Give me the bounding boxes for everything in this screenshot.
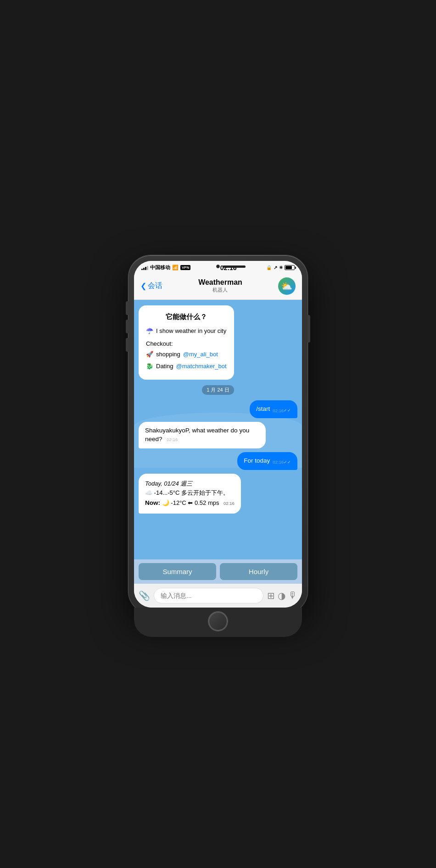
date-badge-text: 1 月 24 日 bbox=[202, 385, 234, 395]
bot-intro-title: 它能做什么？ bbox=[146, 312, 227, 322]
start-ticks: ✓✓ bbox=[284, 408, 291, 414]
today-time: 02:16 bbox=[273, 459, 284, 465]
phone-frame: 中国移动 📶 VPN 02:16 🔒 ↗ ✳ ❮ 会话 Weatherman bbox=[129, 255, 307, 613]
weather-query-wrapper: ShakuyakukyoP, what weather do you need?… bbox=[139, 422, 297, 448]
message-input[interactable] bbox=[154, 588, 263, 603]
today-ticks: ✓✓ bbox=[284, 459, 291, 465]
mic-icon[interactable]: 🎙 bbox=[288, 590, 297, 601]
outgoing-start-bubble: /start 02:16 ✓✓ bbox=[250, 400, 297, 418]
weather-result-time: 02:16 bbox=[224, 501, 235, 506]
weather-result-wrapper: Today, 01/24 週三 ☁️ -14...-5°C 多云开始于下午。 N… bbox=[139, 474, 297, 514]
weather-date-line: Today, 01/24 週三 bbox=[145, 479, 235, 489]
start-time-row: /start 02:16 ✓✓ bbox=[256, 405, 291, 414]
start-text: /start bbox=[256, 405, 270, 414]
date-badge: 1 月 24 日 bbox=[139, 385, 297, 395]
shopping-line: 🚀 shopping @my_ali_bot bbox=[146, 350, 227, 359]
umbrella-emoji: ☂️ bbox=[146, 326, 153, 336]
hourly-button[interactable]: Hourly bbox=[220, 563, 297, 580]
phone-screen: 中国移动 📶 VPN 02:16 🔒 ↗ ✳ ❮ 会话 Weatherman bbox=[134, 261, 302, 608]
weather-now-row: Now: 🌙 -12°C ⬅ 0.52 mps 02:16 bbox=[145, 498, 235, 508]
front-camera bbox=[216, 265, 220, 268]
umbrella-line: ☂️ I show weather in your city bbox=[146, 326, 227, 336]
weather-query-bubble: ShakuyakukyoP, what weather do you need?… bbox=[139, 422, 266, 448]
shopping-link[interactable]: @my_ali_bot bbox=[183, 350, 218, 359]
battery-indicator bbox=[285, 265, 295, 270]
navigation-bar: ❮ 会话 Weatherman 机器人 ⛅ bbox=[134, 274, 302, 300]
home-button[interactable] bbox=[208, 611, 228, 631]
signal-bars bbox=[141, 265, 148, 270]
today-time-row: For today 02:16 ✓✓ bbox=[244, 457, 291, 465]
bot-intro-bubble: 它能做什么？ ☂️ I show weather in your city Ch… bbox=[139, 305, 234, 380]
lock-icon: 🔒 bbox=[266, 265, 272, 270]
today-text: For today bbox=[244, 457, 270, 465]
dating-link[interactable]: @matchmaker_bot bbox=[176, 362, 227, 371]
back-button[interactable]: ❮ 会话 bbox=[140, 281, 162, 291]
status-left: 中国移动 📶 VPN bbox=[141, 264, 190, 271]
bot-avatar[interactable]: ⛅ bbox=[278, 277, 296, 295]
back-label: 会话 bbox=[148, 281, 162, 291]
action-buttons-bar: Summary Hourly bbox=[134, 559, 302, 584]
weather-now-label: Now: bbox=[145, 499, 162, 506]
chat-area: 它能做什么？ ☂️ I show weather in your city Ch… bbox=[134, 300, 302, 559]
status-right: 🔒 ↗ ✳ bbox=[266, 265, 295, 270]
dragon-emoji: 🐉 bbox=[146, 362, 153, 371]
attach-icon[interactable]: 📎 bbox=[139, 590, 150, 601]
wifi-icon: 📶 bbox=[172, 265, 179, 271]
weather-now-details: 🌙 -12°C ⬅ 0.52 mps bbox=[162, 499, 219, 506]
shopping-text: shopping bbox=[156, 350, 180, 359]
dating-line: 🐉 Dating @matchmaker_bot bbox=[146, 362, 227, 371]
dating-text: Dating bbox=[156, 362, 173, 371]
bluetooth-icon: ✳ bbox=[279, 265, 283, 270]
summary-button[interactable]: Summary bbox=[139, 563, 216, 580]
outgoing-start-wrapper: /start 02:16 ✓✓ bbox=[139, 400, 297, 418]
umbrella-text: I show weather in your city bbox=[156, 326, 226, 336]
speaker bbox=[223, 265, 246, 268]
nav-title: Weatherman bbox=[198, 278, 242, 287]
emoji-icon[interactable]: ◑ bbox=[278, 590, 285, 601]
input-right-icons: ⊞ ◑ 🎙 bbox=[267, 590, 297, 601]
home-indicator-area bbox=[134, 608, 302, 637]
weather-query-time: 02:16 bbox=[167, 437, 178, 442]
location-icon: ↗ bbox=[274, 265, 277, 270]
start-time: 02:16 bbox=[273, 408, 284, 414]
carrier-label: 中国移动 bbox=[150, 264, 170, 271]
weather-query-text: ShakuyakukyoP, what weather do you need? bbox=[145, 427, 249, 442]
checkout-title: Checkout: bbox=[146, 339, 227, 348]
avatar-emoji: ⛅ bbox=[281, 281, 292, 292]
chevron-left-icon: ❮ bbox=[140, 282, 146, 290]
sticker-icon[interactable]: ⊞ bbox=[267, 590, 275, 601]
outgoing-today-wrapper: For today 02:16 ✓✓ bbox=[139, 452, 297, 470]
checkout-section: Checkout: 🚀 shopping @my_ali_bot 🐉 Datin… bbox=[146, 339, 227, 371]
rocket-emoji: 🚀 bbox=[146, 350, 153, 359]
input-bar: 📎 ⊞ ◑ 🎙 bbox=[134, 584, 302, 608]
bot-intro-wrapper: 它能做什么？ ☂️ I show weather in your city Ch… bbox=[139, 305, 297, 380]
nav-title-group: Weatherman 机器人 bbox=[198, 278, 242, 293]
nav-subtitle: 机器人 bbox=[198, 287, 242, 293]
weather-range-line: ☁️ -14...-5°C 多云开始于下午。 bbox=[145, 488, 235, 498]
outgoing-today-bubble: For today 02:16 ✓✓ bbox=[237, 452, 297, 470]
weather-result-bubble: Today, 01/24 週三 ☁️ -14...-5°C 多云开始于下午。 N… bbox=[139, 474, 241, 514]
vpn-badge: VPN bbox=[180, 265, 190, 270]
